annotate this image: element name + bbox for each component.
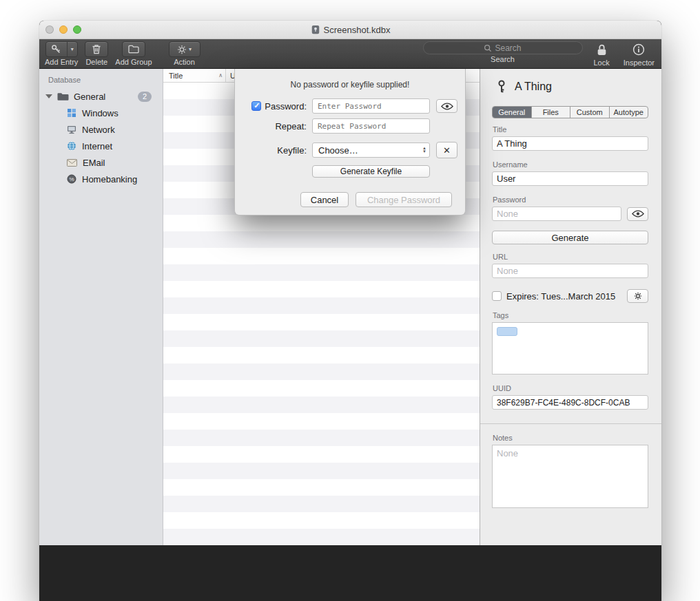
sidebar-item-general[interactable]: General 2 [39,88,163,105]
password-row: Password: [235,98,465,114]
delete-button[interactable] [85,41,108,57]
titlebar: Screenshot.kdbx [39,21,661,39]
disclosure-triangle-icon[interactable] [45,94,52,98]
info-icon [632,43,645,56]
sidebar-item-homebanking[interactable]: % Homebanking [39,171,163,187]
tab-autotype[interactable]: Autotype [610,107,648,118]
action-label: Action [174,58,195,66]
add-group-button[interactable] [122,41,145,57]
lock-item: Lock [594,41,610,67]
dialog-buttons: Cancel Change Password [235,192,465,207]
tab-general[interactable]: General [493,107,532,118]
expires-checkbox[interactable] [492,291,502,301]
chevron-down-icon: ▾ [71,46,74,52]
tab-custom[interactable]: Custom [570,107,610,118]
title-label: Title [493,125,648,134]
sort-ascending-icon: ∧ [218,72,223,78]
uuid-field[interactable] [492,395,648,410]
action-button[interactable]: ▾ [169,41,200,57]
network-icon [67,125,76,134]
expires-row: Expires: Tues...March 2015 [492,289,648,303]
gear-icon [177,45,187,54]
chevron-down-icon: ▾ [189,46,192,52]
notes-field[interactable] [492,445,648,508]
divider [480,423,661,424]
clear-keyfile-button[interactable]: ✕ [436,142,457,158]
sidebar-item-label: General [74,92,105,102]
window-title-text: Screenshot.kdbx [324,25,391,35]
keyfile-value: Choose… [318,145,358,156]
sidebar-header: Database [39,74,163,88]
password-label: Password: [265,101,307,112]
add-group-item: Add Group [115,41,152,66]
inspector-tabs: General Files Custom Autotype [492,106,648,118]
cancel-button[interactable]: Cancel [300,192,349,207]
sidebar-item-label: Internet [82,141,112,151]
reveal-password-button[interactable] [627,207,648,221]
expires-label: Expires: Tues...March 2015 [506,291,622,302]
svg-text:%: % [69,176,74,182]
sidebar-item-label: EMail [83,158,105,168]
add-entry-dropdown[interactable]: ▾ [67,42,77,56]
reveal-password-button[interactable] [436,99,457,113]
change-password-button[interactable]: Change Password [356,192,452,207]
password-label: Password [493,196,648,204]
inspector-panel: A Thing General Files Custom Autotype Ti… [480,69,661,545]
lock-button[interactable] [596,41,608,58]
globe-icon [67,141,76,151]
sidebar-item-email[interactable]: EMail [39,154,163,171]
search-label: Search [491,55,515,63]
tags-label: Tags [493,311,648,319]
count-badge: 2 [138,92,152,102]
sidebar-item-label: Network [82,125,115,135]
toolbar-right: Search Search Lock [423,41,655,67]
generate-button[interactable]: Generate [492,231,648,244]
repeat-label: Repeat: [275,121,307,131]
folder-icon [57,92,69,101]
repeat-label-wrap: Repeat: [235,121,308,131]
window-bottom [39,545,661,601]
column-header-title[interactable]: Title ∧ [163,69,226,82]
tab-files[interactable]: Files [532,107,571,118]
sidebar-item-windows[interactable]: Windows [39,105,163,121]
lock-label: Lock [594,59,610,67]
tags-box[interactable] [492,322,648,375]
add-entry-label: Add Entry [45,58,78,66]
inspector-header: A Thing [492,78,648,95]
username-field[interactable] [492,171,648,186]
close-button[interactable] [45,25,54,34]
coin-icon: % [67,174,76,184]
delete-item: Delete [85,41,108,66]
keyfile-label: Keyfile: [277,145,307,156]
inspector-button[interactable] [632,41,645,58]
generate-keyfile-button[interactable]: Generate Keyfile [312,165,430,178]
delete-label: Delete [85,58,107,66]
search-item: Search Search [423,41,583,63]
password-field[interactable] [492,207,621,221]
repeat-row: Repeat: [235,118,465,134]
expires-options-button[interactable] [627,289,648,303]
repeat-input[interactable] [312,118,430,134]
search-input[interactable]: Search [423,41,583,54]
envelope-icon [67,159,77,167]
document-icon [311,25,320,34]
key-icon [46,42,67,56]
sidebar-item-internet[interactable]: Internet [39,138,163,154]
keyfile-label-wrap: Keyfile: [235,145,308,156]
eye-icon [441,103,453,110]
add-entry-item: ▾ Add Entry [45,41,78,66]
keyfile-popup[interactable]: Choose… ▲ ▼ [312,143,430,158]
zoom-button[interactable] [73,25,81,34]
password-input[interactable] [312,98,430,114]
key-icon [495,80,508,94]
url-field[interactable] [492,264,648,278]
tag-chip[interactable] [497,327,517,336]
title-field[interactable] [492,136,648,151]
search-icon [484,44,492,52]
sidebar-item-network[interactable]: Network [39,121,163,138]
password-label-wrap: Password: [235,101,308,112]
minimize-button[interactable] [59,25,68,34]
password-checkbox[interactable] [251,101,261,111]
add-entry-button[interactable]: ▾ [45,41,78,57]
action-item: ▾ Action [169,41,200,66]
